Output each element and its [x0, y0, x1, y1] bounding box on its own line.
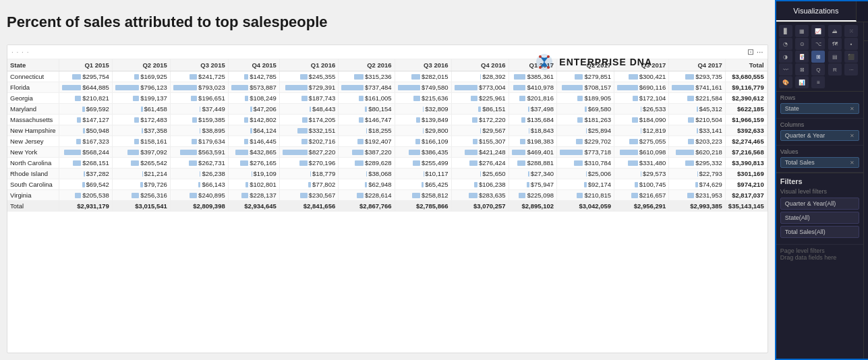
- col-q2-2016: Q2 2016: [339, 59, 395, 71]
- matrix-icon[interactable]: ▤: [828, 51, 842, 63]
- combo-icon[interactable]: ⊠: [795, 63, 809, 76]
- cell-state: New Jersey: [7, 136, 59, 147]
- item-week-number[interactable]: ∑ Week Number: [864, 203, 868, 219]
- cell-value: $65,425: [395, 179, 451, 190]
- bar-chart-icon[interactable]: ▊: [779, 25, 792, 37]
- dates-header[interactable]: ▼ 📋 Dates: [864, 109, 868, 119]
- item-total-costs[interactable]: ∑ Total Costs: [864, 70, 868, 79]
- area-chart-icon[interactable]: ⛰: [828, 25, 842, 37]
- treemap-icon[interactable]: ▪: [844, 38, 858, 50]
- item-top-sales[interactable]: ∑ Top Sales People Sale: [864, 54, 868, 70]
- filter-totalsales[interactable]: Total Sales(All): [780, 226, 859, 238]
- cell-value: $421,248: [451, 147, 509, 158]
- ellipsis-icon[interactable]: ···: [757, 47, 763, 57]
- cell-value: $18,779: [279, 169, 338, 179]
- cell-value: $21,214: [112, 169, 170, 179]
- cell-value: $9,116,779: [725, 82, 767, 93]
- locations-header[interactable]: ▶ 📋 Locations: [864, 229, 868, 239]
- item-monthname[interactable]: 📅 MonthName: [864, 169, 868, 178]
- cell-value: $282,015: [395, 71, 451, 82]
- rows-field-tag[interactable]: State ✕: [780, 103, 859, 114]
- drag-fields-label: Drag data fields here: [780, 254, 859, 261]
- values-remove-icon[interactable]: ✕: [850, 160, 855, 166]
- rows-field-text: State: [785, 105, 799, 112]
- right-panel: Visualizations Fields ▊ ▦ 📈 ⛰ ⁙ ◔ ⊙ ⌥ 🗺 …: [775, 0, 868, 360]
- fields-icon[interactable]: ≡: [811, 76, 825, 88]
- cell-value: $332,151: [279, 125, 338, 136]
- cell-value: $295,332: [669, 158, 726, 169]
- customers-header[interactable]: ▶ 📋 Customers: [864, 98, 868, 108]
- cell-state: Connecticut: [7, 71, 59, 82]
- tab-fields[interactable]: Fields: [857, 1, 868, 22]
- item-date[interactable]: 📅 Date: [864, 119, 868, 128]
- ribbon-icon[interactable]: 〰: [779, 63, 792, 76]
- tab-visualizations[interactable]: Visualizations: [776, 1, 857, 22]
- cell-value: $241,725: [170, 71, 228, 82]
- cell-value: $172,104: [614, 93, 669, 104]
- more-icon[interactable]: ···: [844, 63, 858, 76]
- cell-value: $38,895: [170, 125, 228, 136]
- cell-value: $142,785: [228, 71, 279, 82]
- salespeople-header[interactable]: ▶ 📋 Salespeople: [864, 264, 868, 274]
- scatter-icon[interactable]: ⁙: [844, 25, 858, 37]
- cell-state: New Hampshire: [7, 125, 59, 136]
- cell-value: $3,042,059: [557, 201, 614, 212]
- cell-value: $161,005: [339, 93, 395, 104]
- cell-value: $80,154: [339, 104, 395, 115]
- cell-state: North Carolina: [7, 158, 59, 169]
- cell-value: $1,966,159: [725, 115, 767, 125]
- cell-value: $86,151: [451, 104, 509, 115]
- cell-value: $729,391: [279, 82, 338, 93]
- sales-header[interactable]: ▶ 📋 Sales: [864, 252, 868, 262]
- gauge-icon[interactable]: ◑: [779, 51, 792, 63]
- item-total-profits[interactable]: ∑ Total Profits: [864, 79, 868, 88]
- header-row: Percent of sales attributed to top sales…: [7, 13, 768, 39]
- item-total-sales[interactable]: ∑ Total Sales: [864, 88, 868, 96]
- products-header[interactable]: ▶ 📋 Products: [864, 241, 868, 251]
- columns-remove-icon[interactable]: ✕: [850, 133, 855, 139]
- format-icon[interactable]: 🎨: [779, 76, 792, 88]
- cell-value: $37,498: [509, 104, 556, 115]
- filter-state[interactable]: State(All): [780, 212, 859, 224]
- cell-value: $230,567: [279, 190, 338, 201]
- cell-value: $61,458: [112, 104, 170, 115]
- rows-remove-icon[interactable]: ✕: [850, 106, 855, 112]
- cell-value: $2,809,398: [170, 201, 228, 212]
- cell-state: South Carolina: [7, 179, 59, 190]
- cell-value: $225,961: [451, 93, 509, 104]
- item-month-year[interactable]: 📅 Month & Year: [864, 153, 868, 169]
- filter-quarter[interactable]: Quarter & Year(All): [780, 198, 859, 210]
- map-icon[interactable]: 🗺: [828, 38, 842, 50]
- cell-value: $2,993,385: [669, 201, 726, 212]
- r-icon[interactable]: R: [828, 63, 842, 76]
- table-row: New Hampshire$50,948$37,358$38,895$64,12…: [7, 125, 767, 136]
- item-shortyear[interactable]: 📅 ShortYear: [864, 194, 868, 203]
- values-field-tag[interactable]: Total Sales ✕: [780, 157, 859, 168]
- item-quarter-year[interactable]: 📅 Quarter & Year: [864, 178, 868, 194]
- card-icon[interactable]: 🃏: [795, 51, 809, 63]
- line-chart-icon[interactable]: 📈: [811, 25, 825, 37]
- cell-value: $231,953: [669, 190, 726, 201]
- expand-icon[interactable]: ⊡: [747, 47, 754, 57]
- cell-value: $315,236: [339, 71, 395, 82]
- table-header-bar: · · · · ⊡ ···: [7, 45, 768, 59]
- columns-field-tag[interactable]: Quarter & Year ✕: [780, 130, 859, 141]
- donut-icon[interactable]: ⊙: [795, 38, 809, 50]
- cell-value: $240,895: [170, 190, 228, 201]
- fields-panel: ▼ 📋 Key Measures ∑ Top Sales People Sale…: [864, 22, 868, 359]
- qa-icon[interactable]: Q: [811, 63, 825, 76]
- table-icon[interactable]: ⊞: [811, 51, 825, 63]
- cell-value: $245,355: [279, 71, 338, 82]
- waterfall-icon[interactable]: ⬛: [844, 51, 858, 63]
- pie-icon[interactable]: ◔: [779, 38, 792, 50]
- cell-value: $221,584: [669, 93, 726, 104]
- item-year[interactable]: 📅 Year: [864, 219, 868, 228]
- stacked-bar-icon[interactable]: ▦: [795, 25, 809, 37]
- cell-value: $276,165: [228, 158, 279, 169]
- funnel-icon[interactable]: ⌥: [811, 38, 825, 50]
- key-measures-header[interactable]: ▼ 📋 Key Measures: [864, 44, 868, 54]
- analytics-icon[interactable]: 📊: [795, 76, 809, 88]
- cell-value: $146,445: [228, 136, 279, 147]
- item-day-of-week[interactable]: 📅 Day of Week: [864, 128, 868, 144]
- item-fy[interactable]: ∑ FY: [864, 144, 868, 153]
